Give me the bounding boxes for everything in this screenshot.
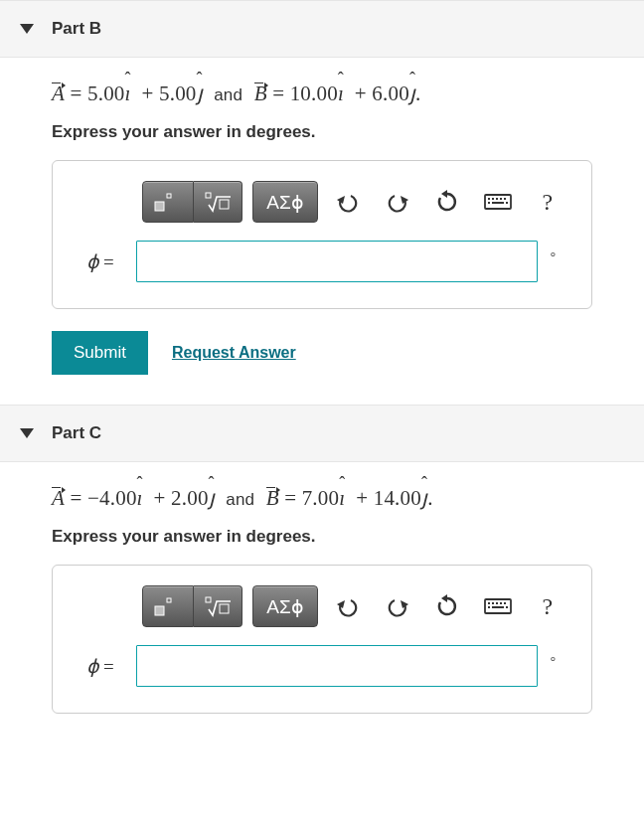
svg-rect-1 [155, 202, 164, 211]
templates-button[interactable] [142, 585, 194, 627]
svg-rect-10 [488, 198, 490, 200]
svg-rect-16 [492, 202, 504, 204]
svg-rect-3 [167, 194, 171, 198]
svg-rect-22 [206, 597, 211, 602]
svg-rect-17 [506, 202, 508, 204]
part-body: A = −4.00ı + 2.00ȷ and B = 7.00ı + 14.00… [0, 462, 644, 724]
svg-rect-13 [500, 198, 502, 200]
greek-button[interactable]: ΑΣϕ [252, 181, 318, 223]
part-header[interactable]: Part B [0, 0, 644, 58]
unit-degrees: ∘ [538, 246, 567, 261]
svg-rect-28 [488, 602, 490, 604]
greek-button[interactable]: ΑΣϕ [252, 585, 318, 627]
svg-rect-33 [488, 606, 490, 608]
svg-rect-11 [492, 198, 494, 200]
problem-statement: A = 5.00ı + 5.00ȷ and B = 10.00ı + 6.00ȷ… [52, 82, 592, 106]
answer-input[interactable] [136, 241, 538, 282]
part-body: A = 5.00ı + 5.00ȷ and B = 10.00ı + 6.00ȷ… [0, 58, 644, 385]
svg-rect-23 [220, 604, 229, 613]
help-button[interactable]: ? [528, 586, 567, 626]
part-title: Part C [52, 423, 101, 443]
svg-rect-29 [492, 602, 494, 604]
svg-rect-5 [220, 200, 229, 209]
instruction-text: Express your answer in degrees. [52, 122, 592, 142]
reset-button[interactable] [427, 586, 467, 626]
undo-button[interactable] [328, 586, 368, 626]
svg-rect-34 [492, 606, 504, 608]
answer-panel: ΑΣϕ ? ϕ= [52, 160, 592, 309]
answer-input[interactable] [136, 645, 538, 687]
help-button[interactable]: ? [528, 182, 567, 222]
undo-button[interactable] [328, 182, 368, 222]
keyboard-button[interactable] [478, 586, 518, 626]
svg-rect-30 [496, 602, 498, 604]
svg-marker-18 [20, 428, 34, 438]
submit-button[interactable]: Submit [52, 331, 148, 375]
svg-rect-12 [496, 198, 498, 200]
redo-button[interactable] [378, 586, 417, 626]
caret-down-icon [20, 428, 34, 438]
instruction-text: Express your answer in degrees. [52, 527, 592, 547]
radical-button[interactable] [194, 585, 242, 627]
svg-rect-32 [504, 602, 506, 604]
svg-rect-15 [488, 202, 490, 204]
answer-panel: ΑΣϕ ? ϕ= [52, 565, 592, 714]
templates-button[interactable] [142, 181, 194, 223]
equation-toolbar: ΑΣϕ ? [142, 181, 567, 223]
svg-rect-35 [506, 606, 508, 608]
reset-button[interactable] [427, 182, 467, 222]
answer-variable-label: ϕ= [77, 250, 136, 273]
equation-toolbar: ΑΣϕ ? [142, 585, 567, 627]
radical-button[interactable] [194, 181, 242, 223]
svg-marker-8 [441, 190, 447, 198]
svg-marker-26 [441, 594, 447, 602]
keyboard-button[interactable] [478, 182, 518, 222]
part-title: Part B [52, 19, 101, 39]
caret-down-icon [20, 24, 34, 34]
request-answer-link[interactable]: Request Answer [172, 344, 296, 362]
answer-variable-label: ϕ= [77, 655, 136, 678]
svg-rect-4 [206, 193, 211, 198]
part-header[interactable]: Part C [0, 405, 644, 462]
svg-rect-14 [504, 198, 506, 200]
svg-marker-0 [20, 24, 34, 34]
problem-statement: A = −4.00ı + 2.00ȷ and B = 7.00ı + 14.00… [52, 486, 592, 511]
redo-button[interactable] [378, 182, 417, 222]
unit-degrees: ∘ [538, 650, 567, 666]
svg-rect-31 [500, 602, 502, 604]
svg-rect-21 [167, 598, 171, 602]
svg-rect-19 [155, 606, 164, 615]
